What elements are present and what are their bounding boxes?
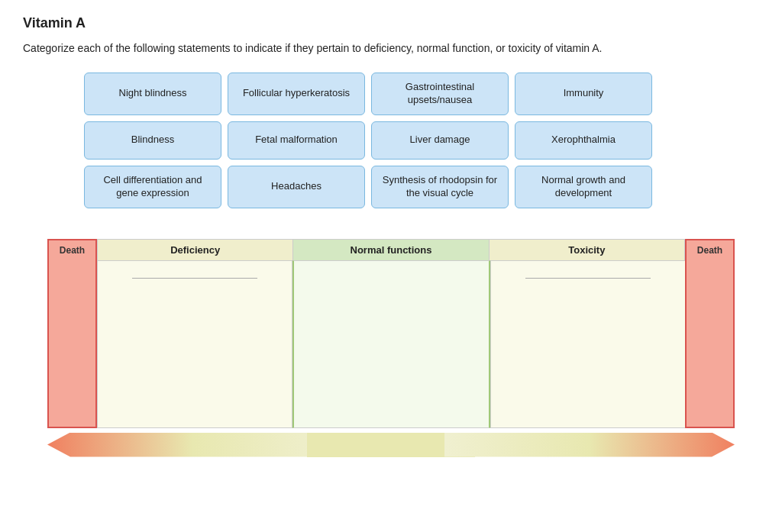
page-title: Vitamin A	[23, 15, 759, 31]
drag-item-11[interactable]: Synthesis of rhodopsin for the visual cy…	[371, 166, 509, 208]
death-col-left: Death	[47, 239, 97, 428]
main-area: Deficiency Normal functions Toxicity	[97, 239, 685, 428]
drop-zone-deficiency[interactable]	[97, 260, 292, 428]
deficiency-line	[132, 278, 257, 279]
subtitle: Categorize each of the following stateme…	[23, 42, 759, 54]
arrow-left	[47, 433, 338, 457]
drag-item-10[interactable]: Headaches	[228, 166, 365, 208]
drag-item-3[interactable]: Gastrointestinal upsets/nausea	[371, 73, 509, 115]
header-toxicity: Toxicity	[490, 240, 684, 260]
drag-item-1[interactable]: Night blindness	[84, 73, 221, 115]
death-col-right: Death	[685, 239, 735, 428]
header-normal: Normal functions	[293, 240, 489, 260]
drag-item-2[interactable]: Follicular hyperkeratosis	[228, 73, 365, 115]
drag-item-7[interactable]: Liver damage	[371, 121, 509, 160]
items-grid: Night blindness Follicular hyperkeratosi…	[23, 73, 759, 208]
drop-table-wrapper: Death Deficiency Normal functions Toxici…	[23, 239, 759, 459]
toxicity-line	[525, 278, 651, 279]
header-deficiency: Deficiency	[98, 240, 293, 260]
drag-item-8[interactable]: Xerophthalmia	[515, 121, 652, 160]
drag-item-5[interactable]: Blindness	[84, 121, 221, 160]
drop-row	[97, 260, 685, 428]
arrow-right	[444, 433, 735, 457]
death-label-left: Death	[60, 245, 85, 256]
drag-item-12[interactable]: Normal growth and development	[515, 166, 652, 208]
drag-item-4[interactable]: Immunity	[515, 73, 652, 115]
death-label-right: Death	[697, 245, 722, 256]
arrow-bar-wrapper	[47, 431, 735, 459]
drop-zone-toxicity[interactable]	[490, 260, 685, 428]
drag-item-6[interactable]: Fetal malformation	[228, 121, 365, 160]
drop-zone-normal[interactable]	[292, 260, 490, 428]
drag-item-9[interactable]: Cell differentiation and gene expression	[84, 166, 221, 208]
header-row: Deficiency Normal functions Toxicity	[97, 239, 685, 260]
drop-table: Death Deficiency Normal functions Toxici…	[47, 239, 735, 428]
